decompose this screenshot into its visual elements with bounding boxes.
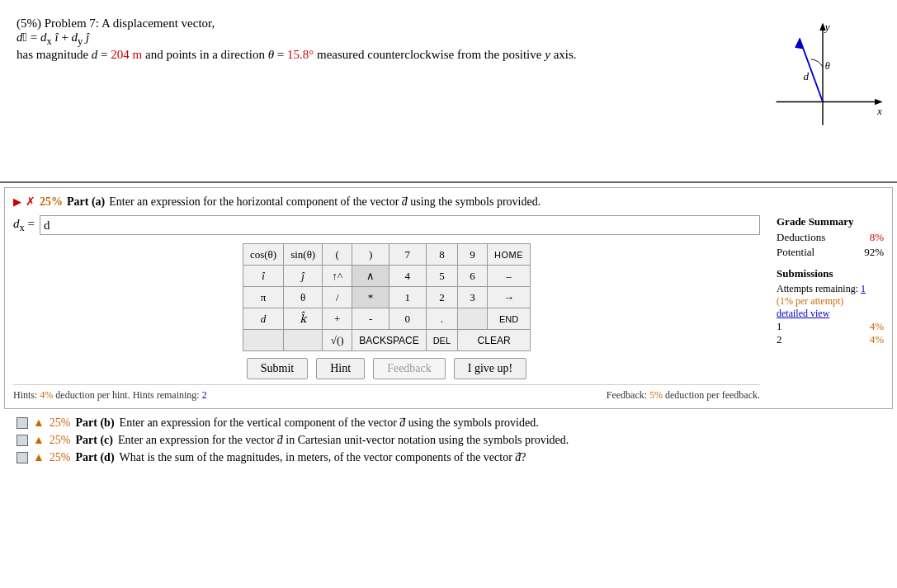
- part-c-warn: ▲: [33, 434, 45, 447]
- key-uparrow[interactable]: ↑^: [323, 266, 352, 287]
- sub-val-2: 4%: [870, 333, 884, 346]
- key-khat[interactable]: k̂: [284, 308, 323, 330]
- key-clear[interactable]: CLEAR: [458, 330, 531, 351]
- key-theta[interactable]: θ: [284, 287, 323, 308]
- key-end[interactable]: END: [488, 308, 531, 330]
- part-d-desc: What is the sum of the magnitudes, in me…: [120, 450, 526, 464]
- problem-number: (5%) Problem 7:: [17, 16, 99, 30]
- submissions-section: Submissions Attempts remaining: 1 (1% pe…: [777, 267, 884, 346]
- submit-button[interactable]: Submit: [247, 358, 308, 379]
- hints-text: Hints: 4% deduction per hint. Hints rema…: [13, 389, 207, 402]
- main-container: (5%) Problem 7: A displacement vector, d…: [0, 0, 897, 482]
- attempts-label: Attempts remaining:: [777, 283, 858, 294]
- part-d-warn: ▲: [33, 451, 45, 464]
- key-empty3: [284, 330, 323, 351]
- key-cos[interactable]: cos(θ): [243, 244, 283, 266]
- key-6[interactable]: 6: [458, 266, 488, 287]
- key-2[interactable]: 2: [426, 287, 457, 308]
- key-right-arrow[interactable]: →: [488, 287, 531, 308]
- part-d-checkbox[interactable]: [17, 452, 28, 463]
- key-caret[interactable]: ∧: [352, 266, 389, 287]
- key-close-paren[interactable]: ): [352, 244, 389, 266]
- key-5[interactable]: 5: [426, 266, 457, 287]
- svg-text:d: d: [803, 70, 809, 82]
- key-9[interactable]: 9: [458, 244, 488, 266]
- keypad-table: cos(θ) sin(θ) ( ) 7 8 9 HOME î ĵ ↑: [243, 243, 531, 351]
- part-c-label: Part (c): [76, 434, 113, 447]
- part-d-row: ▲ 25% Part (d) What is the sum of the ma…: [17, 450, 880, 464]
- key-asterisk[interactable]: *: [352, 287, 389, 308]
- sub-val-1: 4%: [870, 320, 884, 333]
- key-dot[interactable]: .: [426, 308, 457, 330]
- key-1[interactable]: 1: [389, 287, 426, 308]
- key-4[interactable]: 4: [389, 266, 426, 287]
- attempts-row: Attempts remaining: 1: [777, 283, 884, 295]
- detailed-link[interactable]: detailed view: [777, 308, 884, 320]
- key-backspace[interactable]: BACKSPACE: [352, 330, 426, 351]
- key-open-paren[interactable]: (: [323, 244, 352, 266]
- formula-display: d⃗ = dx î + dy ĵ: [17, 31, 732, 48]
- action-buttons: Submit Hint Feedback I give up!: [13, 358, 760, 379]
- part-a-main: dx = cos(θ) sin(θ) ( ) 7 8 9: [13, 215, 760, 402]
- per-attempt: (1% per attempt): [777, 295, 884, 308]
- key-0[interactable]: 0: [389, 308, 426, 330]
- part-c-desc: Enter an expression for the vector d⃗ in…: [118, 433, 569, 447]
- attempts-value[interactable]: 1: [861, 283, 866, 294]
- key-jhat[interactable]: ĵ: [284, 266, 323, 287]
- key-empty: [458, 308, 488, 330]
- part-d-percent: 25%: [50, 451, 71, 464]
- key-home[interactable]: HOME: [488, 244, 531, 266]
- answer-input[interactable]: [40, 215, 760, 235]
- part-c-checkbox[interactable]: [17, 435, 28, 446]
- give-up-button[interactable]: I give up!: [454, 358, 526, 379]
- part-b-percent: 25%: [50, 416, 71, 430]
- key-sin[interactable]: sin(θ): [284, 244, 323, 266]
- sub-num-1: 1: [777, 320, 782, 333]
- part-a-desc: Enter an expression for the horizontal c…: [109, 195, 541, 209]
- hint-button[interactable]: Hint: [316, 358, 365, 379]
- key-slash[interactable]: /: [323, 287, 352, 308]
- key-sqrt[interactable]: √(): [323, 330, 352, 351]
- grade-summary: Grade Summary Deductions 8% Potential 92…: [768, 215, 884, 402]
- part-c-row: ▲ 25% Part (c) Enter an expression for t…: [17, 433, 880, 447]
- part-a-section: ▶ ✗ 25% Part (a) Enter an expression for…: [4, 187, 893, 409]
- part-b-checkbox[interactable]: [17, 417, 28, 429]
- key-pi[interactable]: π: [243, 287, 283, 308]
- problem-intro: A displacement vector,: [102, 16, 215, 30]
- key-3[interactable]: 3: [458, 287, 488, 308]
- part-a-body: dx = cos(θ) sin(θ) ( ) 7 8 9: [13, 215, 884, 402]
- part-b-label: Part (b): [76, 416, 115, 430]
- grade-summary-title: Grade Summary: [777, 215, 884, 228]
- expand-arrow[interactable]: ▶: [13, 195, 21, 209]
- magnitude-description: has magnitude d = 204 m and points in a …: [17, 48, 732, 62]
- part-a-label: Part (a): [67, 195, 105, 209]
- input-row: dx =: [13, 215, 760, 235]
- feedback-button[interactable]: Feedback: [373, 358, 446, 379]
- part-a-header: ▶ ✗ 25% Part (a) Enter an expression for…: [13, 195, 884, 209]
- svg-text:θ: θ: [825, 60, 830, 72]
- part-a-percent: 25%: [40, 195, 63, 209]
- deductions-value: 8%: [870, 231, 884, 244]
- hints-remaining: 2: [202, 389, 207, 401]
- key-minus[interactable]: -: [352, 308, 389, 330]
- hints-label: Hints:: [13, 389, 40, 401]
- key-d[interactable]: d: [243, 308, 283, 330]
- key-plus[interactable]: +: [323, 308, 352, 330]
- part-d-label: Part (d): [76, 451, 115, 464]
- hints-feedback-row: Hints: 4% deduction per hint. Hints rema…: [13, 384, 760, 402]
- potential-row: Potential 92%: [777, 246, 884, 259]
- top-section: (5%) Problem 7: A displacement vector, d…: [0, 8, 897, 177]
- key-7[interactable]: 7: [389, 244, 426, 266]
- coordinate-diagram: y x d θ: [757, 16, 889, 148]
- part-b-warn: ▲: [33, 416, 45, 430]
- key-ihat[interactable]: î: [243, 266, 283, 287]
- keypad: cos(θ) sin(θ) ( ) 7 8 9 HOME î ĵ ↑: [13, 243, 760, 351]
- feedback-desc: deduction per feedback.: [663, 389, 760, 401]
- problem-header: (5%) Problem 7: A displacement vector,: [17, 16, 732, 31]
- key-empty2: [243, 330, 283, 351]
- key-del[interactable]: DEL: [426, 330, 457, 351]
- sub-num-2: 2: [777, 333, 782, 346]
- key-8[interactable]: 8: [426, 244, 457, 266]
- other-parts: ▲ 25% Part (b) Enter an expression for t…: [0, 409, 897, 474]
- key-minus-long[interactable]: –: [488, 266, 531, 287]
